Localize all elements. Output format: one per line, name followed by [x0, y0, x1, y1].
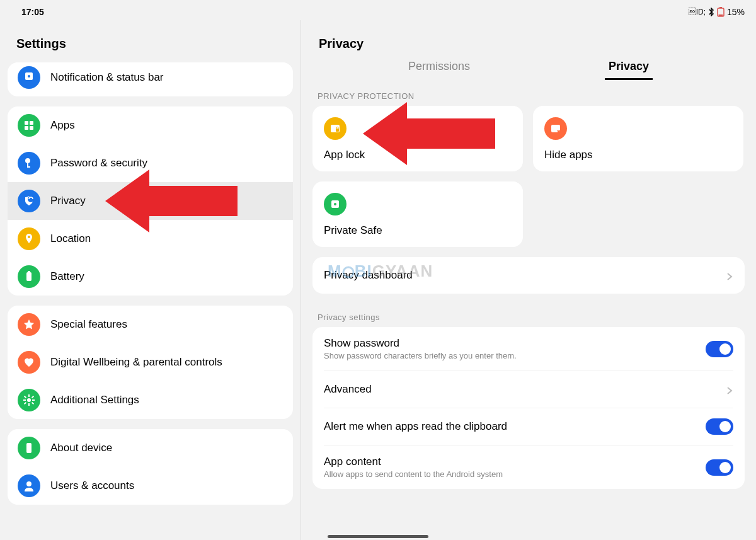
- setting-app-content[interactable]: App contentAllow apps to send content to…: [312, 445, 745, 489]
- bluetooth-icon: ID;: [689, 8, 706, 16]
- sidebar-item-label: Special features: [50, 318, 127, 331]
- settings-title: Settings: [8, 26, 293, 62]
- svg-rect-18: [28, 403, 30, 406]
- sidebar-item-location[interactable]: Location: [8, 220, 293, 258]
- svg-rect-11: [27, 166, 30, 168]
- status-bar: 17:05 ID; 15%: [0, 0, 756, 20]
- tab-permissions[interactable]: Permissions: [404, 60, 474, 80]
- heart-icon: [18, 351, 40, 374]
- tile-hide-apps[interactable]: Hide apps: [533, 106, 743, 171]
- sidebar-item-label: Battery: [50, 270, 84, 283]
- sidebar-item-label: Privacy: [50, 195, 86, 207]
- sidebar-item-apps[interactable]: Apps: [8, 106, 293, 144]
- toggle-app-content[interactable]: [706, 459, 733, 476]
- svg-point-9: [25, 158, 30, 163]
- tile-label: Private Safe: [324, 224, 512, 237]
- bluetooth-icon: [708, 8, 714, 16]
- sidebar-item-notification-status-bar[interactable]: Notification & status bar: [8, 62, 293, 96]
- home-indicator: [328, 535, 428, 538]
- setting-desc: Allow apps to send content to the Androi…: [324, 469, 706, 479]
- grid-icon: [18, 114, 40, 137]
- sidebar-item-label: About device: [50, 442, 112, 454]
- privacy-tabs: PermissionsPrivacy: [301, 59, 756, 83]
- svg-rect-1: [719, 7, 722, 8]
- svg-rect-2: [718, 14, 723, 16]
- sidebar-item-special[interactable]: Special features: [8, 306, 293, 343]
- svg-rect-28: [336, 129, 339, 132]
- privacy-settings-label: Privacy settings: [312, 304, 745, 327]
- privacy-title: Privacy: [301, 26, 756, 59]
- setting-show-password[interactable]: Show passwordShow password characters br…: [312, 327, 745, 371]
- setting-advanced[interactable]: Advanced: [312, 371, 745, 408]
- svg-rect-17: [28, 394, 30, 397]
- svg-rect-20: [32, 399, 35, 401]
- setting-clipboard[interactable]: Alert me when apps read the clipboard: [312, 408, 745, 445]
- sidebar-item-label: Apps: [50, 119, 75, 132]
- svg-point-31: [334, 203, 336, 205]
- sidebar-item-additional[interactable]: Additional Settings: [8, 381, 293, 419]
- tile-app-lock[interactable]: App lock: [312, 106, 523, 171]
- sidebar-item-battery[interactable]: Battery: [8, 258, 293, 296]
- svg-rect-25: [26, 443, 32, 453]
- svg-rect-14: [26, 272, 32, 281]
- bell-icon: [18, 66, 40, 89]
- battery-percent: 15%: [727, 7, 745, 17]
- chevron-right-icon: [726, 272, 733, 279]
- svg-rect-19: [23, 399, 26, 401]
- hide-icon: [544, 117, 567, 140]
- svg-rect-8: [30, 126, 33, 130]
- battery-icon: [18, 265, 40, 288]
- sidebar-item-privacy[interactable]: Privacy: [8, 182, 293, 220]
- status-right: ID; 15%: [689, 7, 745, 17]
- svg-point-16: [27, 398, 31, 402]
- tile-label: App lock: [324, 149, 512, 161]
- setting-title: Show password: [324, 337, 706, 350]
- chevron-right-icon: [726, 386, 733, 393]
- user-icon: [18, 474, 40, 497]
- sidebar-item-label: Additional Settings: [50, 394, 139, 406]
- lock-icon: [324, 117, 346, 140]
- sidebar-item-label: Notification & status bar: [50, 71, 164, 84]
- settings-sidebar: Settings Notification & status barAppsPa…: [0, 20, 301, 540]
- svg-rect-5: [25, 121, 28, 125]
- privacy-protection-label: PRIVACY PROTECTION: [312, 83, 745, 106]
- sidebar-item-label: Location: [50, 233, 91, 245]
- svg-point-13: [28, 236, 30, 238]
- svg-rect-15: [28, 271, 30, 272]
- svg-rect-6: [30, 121, 33, 125]
- svg-point-26: [26, 481, 32, 486]
- setting-title: Alert me when apps read the clipboard: [324, 420, 706, 433]
- tab-privacy[interactable]: Privacy: [605, 60, 653, 80]
- setting-title: App content: [324, 456, 706, 468]
- sidebar-item-label: Users & accounts: [50, 480, 134, 492]
- tile-private-safe[interactable]: Private Safe: [312, 181, 523, 247]
- key-icon: [18, 152, 40, 175]
- setting-desc: Show password characters briefly as you …: [324, 351, 706, 360]
- setting-title: Advanced: [324, 383, 726, 396]
- toggle-show-password[interactable]: [706, 341, 733, 357]
- gear-icon: [18, 389, 40, 411]
- phone-icon: [18, 437, 40, 459]
- toggle-clipboard[interactable]: [706, 418, 733, 435]
- privacy-dashboard-label: Privacy dashboard: [324, 269, 726, 282]
- sidebar-item-label: Password & security: [50, 157, 147, 169]
- svg-rect-7: [25, 126, 28, 130]
- privacy-dashboard-row[interactable]: Privacy dashboard: [312, 257, 745, 294]
- svg-rect-21: [24, 396, 26, 398]
- pin-icon: [18, 227, 40, 250]
- svg-rect-24: [32, 396, 34, 398]
- shield-icon: [18, 190, 40, 212]
- sidebar-item-wellbeing[interactable]: Digital Wellbeing & parental controls: [8, 343, 293, 381]
- sidebar-item-users[interactable]: Users & accounts: [8, 467, 293, 505]
- tile-label: Hide apps: [544, 149, 732, 161]
- privacy-panel: Privacy PermissionsPrivacy PRIVACY PROTE…: [301, 20, 756, 540]
- sidebar-item-about[interactable]: About device: [8, 429, 293, 467]
- star-icon: [18, 313, 40, 336]
- battery-icon: [717, 7, 724, 17]
- svg-rect-23: [24, 402, 26, 405]
- sidebar-item-password[interactable]: Password & security: [8, 144, 293, 182]
- sidebar-item-label: Digital Wellbeing & parental controls: [50, 356, 222, 369]
- svg-point-4: [28, 75, 30, 78]
- safe-icon: [324, 193, 346, 215]
- clock: 17:05: [21, 7, 44, 17]
